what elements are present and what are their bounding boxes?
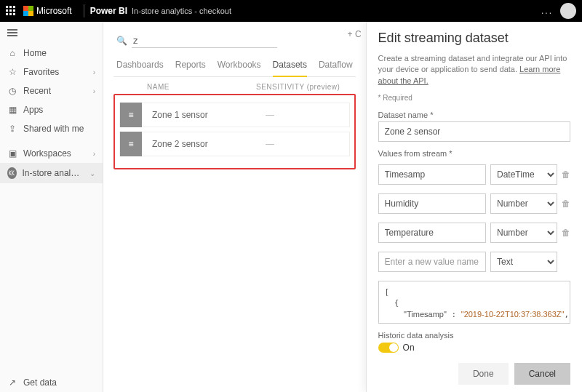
nav-favorites[interactable]: ☆Favorites›: [0, 63, 103, 81]
delete-icon[interactable]: 🗑: [562, 169, 570, 180]
nav-recent[interactable]: ◷Recent›: [0, 81, 103, 100]
field-type-select[interactable]: Number: [490, 193, 557, 214]
search-icon: 🔍: [116, 36, 127, 46]
col-sensitivity[interactable]: SENSITIVITY (preview): [256, 83, 340, 91]
edit-panel: Edit streaming dataset Create a streamin…: [366, 22, 582, 392]
left-nav: ⌂Home ☆Favorites› ◷Recent› ▦Apps ⇪Shared…: [0, 22, 103, 392]
nav-label: Recent: [23, 86, 51, 96]
chevron-right-icon: ›: [93, 150, 95, 158]
top-bar: Microsoft Power BI In-store analytics - …: [0, 0, 582, 22]
shared-icon: ⇪: [7, 124, 17, 134]
dataset-list-highlight: ≡ Zone 1 sensor — ≡ Zone 2 sensor —: [113, 94, 356, 169]
panel-description: Create a streaming dataset and integrate…: [378, 53, 570, 87]
dataset-icon: ≡: [120, 103, 142, 127]
values-label: Values from stream *: [378, 149, 570, 158]
nav-label: Shared with me: [23, 124, 84, 134]
new-field-input[interactable]: [378, 252, 486, 272]
historic-label: Historic data analysis: [378, 331, 570, 340]
product-label[interactable]: Power BI: [90, 6, 127, 16]
dataset-icon: ≡: [120, 132, 142, 156]
dataset-name-label: Dataset name *: [378, 111, 570, 119]
tab-dashboards[interactable]: Dashboards: [116, 55, 164, 76]
app-launcher-icon[interactable]: [6, 6, 16, 16]
field-type-select[interactable]: Number: [490, 223, 557, 243]
field-name-input[interactable]: [378, 164, 486, 185]
home-icon: ⌂: [7, 48, 17, 58]
panel-title: Edit streaming dataset: [378, 31, 570, 46]
nav-current-workspace[interactable]: ㏍In-store analytics -...⌄: [0, 163, 103, 183]
nav-get-data[interactable]: ↗Get data: [0, 373, 103, 392]
content-tabs: Dashboards Reports Workbooks Datasets Da…: [113, 55, 356, 77]
historic-toggle[interactable]: On: [378, 343, 570, 353]
panel-buttons: Done Cancel: [378, 353, 570, 385]
column-headers: NAME SENSITIVITY (preview): [113, 77, 356, 95]
nav-label: Favorites: [23, 67, 59, 77]
done-button[interactable]: Done: [458, 363, 509, 385]
tab-datasets[interactable]: Datasets: [273, 55, 307, 77]
dataset-name: Zone 1 sensor: [142, 110, 266, 120]
nav-label: Workspaces: [23, 148, 71, 159]
nav-label: In-store analytics -...: [23, 168, 84, 178]
microsoft-label: Microsoft: [36, 6, 72, 16]
more-icon[interactable]: ...: [541, 6, 553, 16]
dataset-sensitivity: —: [266, 139, 274, 149]
cancel-button[interactable]: Cancel: [514, 363, 570, 385]
field-row: DateTime 🗑: [378, 164, 570, 185]
new-field-type-select[interactable]: Text: [490, 252, 557, 272]
toggle-state: On: [403, 343, 415, 353]
field-row: Number 🗑: [378, 193, 570, 214]
table-row[interactable]: ≡ Zone 2 sensor —: [119, 132, 350, 156]
search-input[interactable]: [132, 33, 277, 48]
hamburger-icon[interactable]: [0, 22, 103, 44]
tab-reports[interactable]: Reports: [175, 55, 206, 76]
apps-icon: ▦: [7, 105, 17, 115]
dataset-name: Zone 2 sensor: [142, 139, 266, 149]
chevron-right-icon: ›: [93, 68, 95, 76]
breadcrumb[interactable]: In-store analytics - checkout: [132, 7, 231, 15]
delete-icon[interactable]: 🗑: [562, 199, 570, 209]
avatar[interactable]: [560, 3, 576, 19]
main-content: + C 🔍 Dashboards Reports Workbooks Datas…: [103, 22, 366, 392]
col-name[interactable]: NAME: [118, 83, 256, 91]
tab-workbooks[interactable]: Workbooks: [218, 55, 261, 76]
field-row: Number 🗑: [378, 223, 570, 243]
table-row[interactable]: ≡ Zone 1 sensor —: [119, 103, 350, 127]
nav-label: Home: [23, 48, 47, 58]
required-note: * Required: [378, 94, 570, 102]
nav-home[interactable]: ⌂Home: [0, 44, 103, 63]
field-row-new: Text 🗑: [378, 252, 570, 272]
nav-workspaces[interactable]: ▣Workspaces›: [0, 144, 103, 163]
field-name-input[interactable]: [378, 193, 486, 214]
workspace-badge-icon: ㏍: [7, 167, 17, 179]
tab-dataflows[interactable]: Dataflow: [319, 55, 353, 76]
get-data-icon: ↗: [7, 377, 17, 388]
chevron-right-icon: ›: [93, 87, 95, 95]
nav-label: Get data: [23, 377, 57, 388]
nav-apps[interactable]: ▦Apps: [0, 100, 103, 119]
search-bar: 🔍: [113, 29, 356, 55]
microsoft-logo-icon: [23, 6, 33, 16]
create-button[interactable]: + C: [348, 29, 362, 39]
chevron-down-icon: ⌄: [89, 169, 95, 177]
divider: [84, 4, 84, 17]
delete-icon[interactable]: 🗑: [562, 228, 570, 238]
field-name-input[interactable]: [378, 223, 486, 243]
toggle-switch-icon[interactable]: [378, 343, 399, 353]
clock-icon: ◷: [7, 86, 17, 96]
nav-shared[interactable]: ⇪Shared with me: [0, 119, 103, 138]
star-icon: ☆: [7, 67, 17, 77]
sample-json: [ { "Timesamp" : "2019-10-22T10:37:38.36…: [378, 281, 570, 324]
nav-label: Apps: [23, 105, 43, 115]
dataset-sensitivity: —: [266, 110, 274, 120]
field-type-select[interactable]: DateTime: [490, 164, 557, 185]
workspaces-icon: ▣: [7, 148, 17, 159]
dataset-name-input[interactable]: [378, 121, 570, 142]
